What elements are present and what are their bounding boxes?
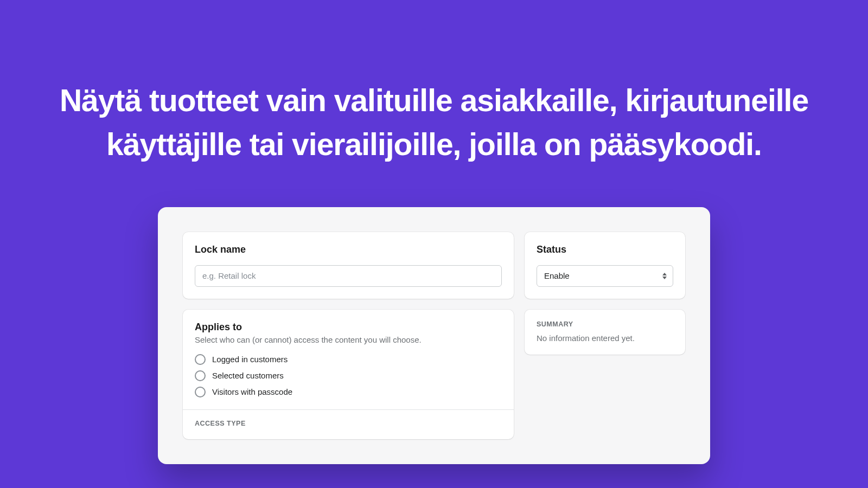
left-column: Lock name Applies to Select who can (or … [183, 232, 514, 439]
radio-visitors-with-passcode[interactable]: Visitors with passcode [195, 387, 502, 397]
status-card: Status Enable [525, 232, 685, 299]
radio-selected-customers[interactable]: Selected customers [195, 370, 502, 381]
radio-label: Visitors with passcode [212, 387, 292, 396]
radio-icon [195, 354, 206, 365]
radio-label: Selected customers [212, 371, 284, 380]
radio-icon [195, 387, 206, 397]
applies-to-description: Select who can (or cannot) access the co… [195, 335, 502, 344]
lock-name-title: Lock name [195, 244, 502, 255]
applies-to-card: Applies to Select who can (or cannot) ac… [183, 310, 514, 439]
panel-wrap: Lock name Applies to Select who can (or … [0, 207, 868, 464]
status-title: Status [537, 244, 673, 255]
applies-to-title: Applies to [195, 322, 502, 333]
status-select-wrap: Enable [537, 265, 673, 287]
right-column: Status Enable SUMMARY No information ent… [525, 232, 685, 439]
radio-label: Logged in customers [212, 355, 288, 364]
lock-name-input[interactable] [195, 265, 502, 287]
radio-logged-in-customers[interactable]: Logged in customers [195, 354, 502, 365]
access-type-section: ACCESS TYPE [183, 409, 514, 427]
hero-headline: Näytä tuotteet vain valituille asiakkail… [0, 0, 868, 166]
summary-card: SUMMARY No information entered yet. [525, 310, 685, 355]
applies-to-options: Logged in customers Selected customers V… [195, 354, 502, 397]
summary-heading: SUMMARY [537, 320, 673, 328]
settings-panel: Lock name Applies to Select who can (or … [158, 207, 710, 464]
radio-icon [195, 370, 206, 381]
lock-name-card: Lock name [183, 232, 514, 299]
status-select[interactable]: Enable [537, 265, 673, 287]
access-type-heading: ACCESS TYPE [195, 420, 502, 427]
summary-text: No information entered yet. [537, 333, 673, 343]
